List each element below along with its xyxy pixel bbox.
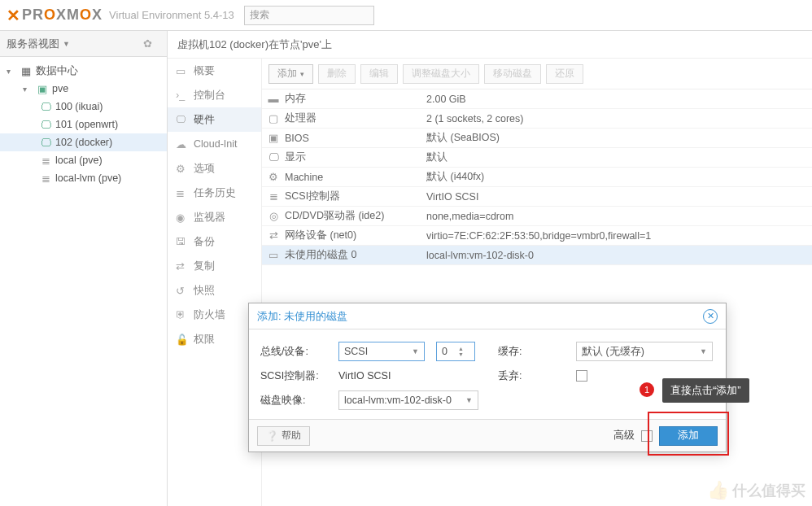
edit-button[interactable]: 编辑 [360, 64, 398, 84]
dialog-footer: ❔ 帮助 高级 添加 [249, 419, 726, 451]
nav-options[interactable]: ⚙选项 [168, 156, 261, 181]
settings-icon[interactable]: ✿ [143, 37, 152, 50]
watermark: 👍 什么值得买 [707, 480, 805, 501]
sync-icon: ⇄ [176, 260, 187, 273]
disk-image-label: 磁盘映像: [260, 394, 332, 408]
network-icon: ⇄ [262, 229, 285, 242]
close-icon[interactable]: ✕ [703, 309, 718, 324]
help-icon: ❔ [266, 430, 278, 442]
hw-row-scsi[interactable]: ≣SCSI控制器VirtIO SCSI [262, 187, 812, 207]
tree-item-storage-local-lvm[interactable]: ≣ local-lvm (pve) [0, 169, 167, 187]
hw-row-cdrom[interactable]: ◎CD/DVD驱动器 (ide2)none,media=cdrom [262, 207, 812, 226]
dialog-body: 总线/设备: SCSI ▼ 0 ▲▼ SCSI控制器: VirtIO SCSI … [249, 329, 726, 419]
save-icon: 🖫 [176, 236, 187, 247]
move-disk-button[interactable]: 移动磁盘 [484, 64, 541, 84]
logo-text: PROXMOX [22, 7, 103, 24]
discard-label: 丢弃: [498, 369, 570, 383]
chevron-down-icon: ▾ [300, 70, 304, 78]
disc-icon: ◎ [262, 210, 285, 222]
server-view-dropdown[interactable]: 服务器视图 ▼ [7, 37, 70, 51]
annotation-badge: 1 [640, 382, 654, 397]
memory-icon: ▬ [262, 93, 285, 105]
advanced-label: 高级 [613, 429, 635, 443]
lock-icon: 🔓 [176, 334, 187, 346]
logo: ✕ PROXMOX [7, 6, 103, 25]
datacenter-icon: ▦ [20, 64, 33, 77]
resize-disk-button[interactable]: 调整磁盘大小 [403, 64, 479, 84]
chip-icon: ▣ [262, 132, 285, 144]
shield-icon: ⛨ [176, 309, 187, 321]
chevron-down-icon: ▼ [465, 396, 473, 404]
gear-icon: ⚙ [176, 163, 187, 175]
hw-row-memory[interactable]: ▬内存2.00 GiB [262, 89, 812, 109]
tree-item-datacenter[interactable]: ▾ ▦ 数据中心 [0, 62, 167, 80]
env-version: Virtual Environment 5.4-13 [109, 9, 234, 21]
hdd-icon: ▭ [262, 249, 285, 261]
tree-item-vm-102[interactable]: 🖵 102 (docker) [0, 133, 167, 151]
top-header: ✕ PROXMOX Virtual Environment 5.4-13 搜索 [0, 0, 812, 31]
nav-permissions[interactable]: 🔓权限 [168, 327, 261, 351]
server-tree-sidebar: 服务器视图 ▼ ✿ ▾ ▦ 数据中心 ▾ ▣ pve 🖵 100 (ikuai)… [0, 31, 168, 506]
tree-item-node[interactable]: ▾ ▣ pve [0, 80, 167, 98]
hw-row-cpu[interactable]: ▢处理器2 (1 sockets, 2 cores) [262, 109, 812, 129]
nav-cloud-init[interactable]: ☁Cloud-Init [168, 132, 261, 156]
bus-label: 总线/设备: [260, 345, 332, 359]
discard-checkbox[interactable] [576, 370, 587, 382]
bus-type-select[interactable]: SCSI ▼ [338, 342, 425, 361]
nav-backup[interactable]: 🖫备份 [168, 229, 261, 254]
terminal-icon: ›_ [176, 89, 187, 101]
bus-number-stepper[interactable]: 0 ▲▼ [436, 342, 475, 361]
search-placeholder: 搜索 [250, 8, 269, 22]
nav-firewall[interactable]: ⛨防火墙 [168, 303, 261, 327]
nav-summary[interactable]: ▭概要 [168, 59, 261, 83]
disk-image-select[interactable]: local-lvm:vm-102-disk-0 ▼ [338, 390, 478, 410]
hardware-table: ▬内存2.00 GiB ▢处理器2 (1 sockets, 2 cores) ▣… [262, 89, 812, 265]
advanced-checkbox[interactable] [641, 430, 653, 442]
resource-tree: ▾ ▦ 数据中心 ▾ ▣ pve 🖵 100 (ikuai) 🖵 101 (op… [0, 57, 167, 192]
add-button[interactable]: 添加▾ [268, 64, 313, 84]
eye-icon: ◉ [176, 212, 187, 224]
tree-item-vm-101[interactable]: 🖵 101 (openwrt) [0, 116, 167, 133]
hw-row-unused-disk[interactable]: ▭未使用的磁盘 0local-lvm:vm-102-disk-0 [262, 246, 812, 265]
add-unused-disk-dialog: 添加: 未使用的磁盘 ✕ 总线/设备: SCSI ▼ 0 ▲▼ SCSI控制器:… [248, 303, 727, 452]
tree-item-storage-local[interactable]: ≣ local (pve) [0, 151, 167, 169]
monitor-icon: 🖵 [39, 136, 52, 149]
restore-button[interactable]: 还原 [546, 64, 583, 84]
search-input[interactable]: 搜索 [244, 6, 374, 25]
nav-snapshot[interactable]: ↺快照 [168, 278, 261, 303]
chevron-down-icon: ▼ [412, 347, 419, 356]
dialog-header[interactable]: 添加: 未使用的磁盘 ✕ [249, 303, 726, 329]
hw-row-machine[interactable]: ⚙Machine默认 (i440fx) [262, 168, 812, 187]
dialog-title: 添加: 未使用的磁盘 [257, 309, 347, 324]
help-button[interactable]: ❔ 帮助 [257, 426, 310, 446]
spinner-icon[interactable]: ▲▼ [458, 346, 469, 357]
database-icon: ≣ [39, 154, 52, 167]
remove-button[interactable]: 删除 [318, 64, 356, 84]
hw-row-bios[interactable]: ▣BIOS默认 (SeaBIOS) [262, 129, 812, 148]
scsi-ctrl-value: VirtIO SCSI [338, 370, 391, 382]
expander-icon[interactable]: ▾ [7, 67, 16, 76]
nav-replication[interactable]: ⇄复制 [168, 254, 261, 278]
cloud-icon: ☁ [176, 138, 187, 150]
nav-task-history[interactable]: ≣任务历史 [168, 181, 261, 205]
nav-console[interactable]: ›_控制台 [168, 83, 261, 107]
cache-select[interactable]: 默认 (无缓存) ▼ [576, 342, 713, 361]
hw-row-net[interactable]: ⇄网络设备 (net0)virtio=7E:CF:62:2F:53:50,bri… [262, 226, 812, 246]
monitor-icon: 🖵 [262, 151, 285, 164]
monitor-icon: 🖵 [176, 114, 187, 125]
nav-hardware[interactable]: 🖵硬件 [168, 107, 261, 132]
cache-label: 缓存: [498, 345, 570, 359]
scsi-ctrl-label: SCSI控制器: [260, 369, 332, 383]
annotation-callout: 直接点击“添加” [662, 378, 749, 403]
hw-row-display[interactable]: 🖵显示默认 [262, 148, 812, 168]
expander-icon[interactable]: ▾ [23, 85, 33, 94]
dialog-add-button[interactable]: 添加 [659, 426, 718, 446]
list-icon: ≣ [176, 187, 187, 199]
monitor-icon: 🖵 [39, 100, 52, 113]
book-icon: ▭ [176, 65, 187, 77]
breadcrumb: 虚拟机102 (docker)在节点'pve'上 [168, 31, 812, 59]
chevron-down-icon: ▼ [700, 347, 707, 356]
tree-item-vm-100[interactable]: 🖵 100 (ikuai) [0, 98, 167, 116]
chevron-down-icon: ▼ [63, 40, 70, 48]
nav-monitor[interactable]: ◉监视器 [168, 205, 261, 229]
